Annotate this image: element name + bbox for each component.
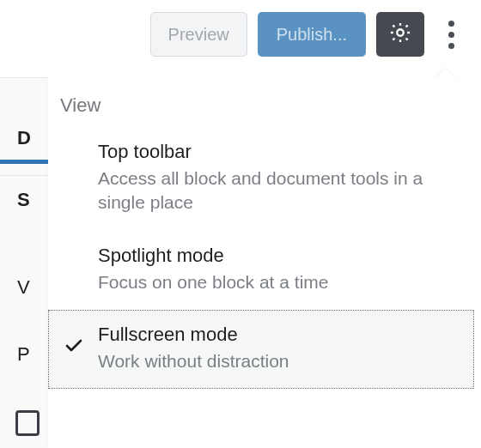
menu-section-header: View: [48, 77, 474, 127]
options-dropdown-menu: View Top toolbar Access all block and do…: [48, 77, 474, 448]
more-options-button[interactable]: [435, 12, 467, 57]
check-icon: [64, 336, 84, 360]
vertical-dots-icon: [448, 21, 454, 49]
preview-button-label: Preview: [168, 25, 229, 45]
menu-item-desc: Access all block and document tools in a…: [98, 166, 457, 215]
menu-item-title: Fullscreen mode: [98, 324, 457, 346]
menu-item-fullscreen-mode[interactable]: Fullscreen mode Work without distraction: [48, 310, 474, 389]
menu-item-desc: Focus on one block at a time: [98, 270, 457, 294]
sidebar-label-partial: P: [17, 343, 30, 366]
menu-item-title: Top toolbar: [98, 141, 457, 163]
sidebar-label-partial: V: [17, 276, 30, 299]
gear-icon: [388, 21, 412, 49]
settings-button[interactable]: [376, 12, 424, 57]
editor-toolbar: Preview Publish...: [0, 0, 481, 69]
publish-button[interactable]: Publish...: [258, 12, 366, 57]
menu-item-desc: Work without distraction: [98, 349, 457, 373]
sidebar-box-icon: [15, 410, 40, 436]
publish-button-label: Publish...: [277, 25, 347, 45]
svg-point-0: [397, 29, 403, 35]
menu-item-top-toolbar[interactable]: Top toolbar Access all block and documen…: [48, 127, 474, 231]
menu-item-spotlight-mode[interactable]: Spotlight mode Focus on one block at a t…: [48, 231, 474, 310]
sidebar-tab-partial[interactable]: D: [17, 127, 31, 149]
menu-item-title: Spotlight mode: [98, 245, 457, 267]
sidebar-divider: [0, 175, 48, 176]
sidebar-section-partial: S: [17, 189, 30, 211]
active-tab-underline: [0, 160, 48, 164]
preview-button[interactable]: Preview: [150, 12, 247, 57]
